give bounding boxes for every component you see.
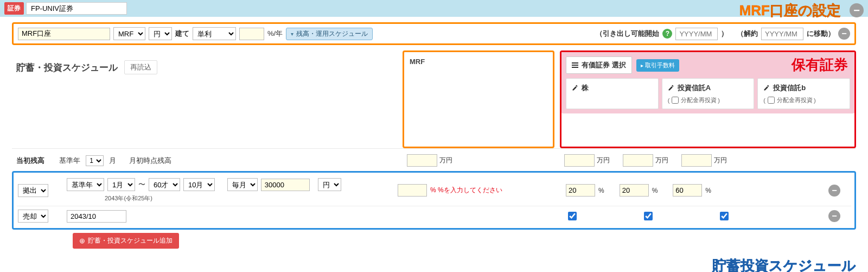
reinvest-option: ( 分配金再投資 ) xyxy=(763,96,844,104)
initial-balance-label: 当初残高 xyxy=(16,156,44,166)
securities-panel: 有価証券 選択 取引手数料 保有証券 株投資信託A( 分配金再投資 )投資信託b… xyxy=(560,50,856,148)
security-card: 投資信託b( 分配金再投資 ) xyxy=(757,78,850,109)
account-name-input[interactable] xyxy=(18,28,110,40)
row-kind-select[interactable]: 売却 xyxy=(18,210,48,223)
withdraw-start-label-pre: （引き出し可能開始 xyxy=(596,29,659,39)
to-month-select[interactable]: 10月 xyxy=(183,178,215,191)
from-month-select[interactable]: 1月 xyxy=(107,178,135,191)
frequency-select[interactable]: 毎月 xyxy=(227,178,258,191)
row-kind-select[interactable]: 拠出 xyxy=(18,184,48,197)
amount-unit: 万円 xyxy=(655,156,668,165)
securities-select-button[interactable]: 有価証券 選択 xyxy=(566,56,632,74)
schedule-title-text: 貯蓄・投資スケジュール xyxy=(16,61,118,74)
collapse-panel-button[interactable]: − xyxy=(850,3,864,17)
balance-desc: 月初時点残高 xyxy=(129,156,171,166)
transaction-fee-chip[interactable]: 取引手数料 xyxy=(636,59,679,72)
month-unit-label: 月 xyxy=(109,156,116,166)
amount-unit: 万円 xyxy=(597,156,610,165)
schedule-title: 貯蓄・投資スケジュール 再読込 xyxy=(12,50,403,80)
mrf-account-settings-row: MRF 円 建て 単利 %/年 残高・運用スケジュール （引き出し可能開始 ? … xyxy=(12,22,856,45)
base-month-select[interactable]: 1 xyxy=(86,155,104,166)
reinvest-label: 分配金再投資 xyxy=(777,96,813,104)
schedule-row-sell: 売却 − xyxy=(17,206,851,226)
reinvest-checkbox[interactable] xyxy=(768,97,775,104)
security-initial-amount-input[interactable] xyxy=(681,154,712,167)
panel-header: 証券 MRF口座の設定 − xyxy=(0,0,868,17)
security-card: 株 xyxy=(566,78,659,109)
cancel-label-post: に移動） xyxy=(807,29,835,39)
remove-account-button[interactable]: − xyxy=(838,28,850,40)
fee-label: 取引手数料 xyxy=(645,61,675,69)
list-icon xyxy=(572,61,578,69)
pencil-icon[interactable] xyxy=(572,85,578,91)
initial-balance-row: 当初残高 基準年 1 月 月初時点残高 万円 万円万円万円 xyxy=(12,148,856,172)
pencil-icon[interactable] xyxy=(668,85,674,91)
amount-unit-select[interactable]: 円 xyxy=(318,178,341,191)
denom-suffix-label: 建て xyxy=(175,29,189,39)
reload-button[interactable]: 再読込 xyxy=(124,60,157,74)
sell-date-input[interactable] xyxy=(67,210,126,223)
security-card: 投資信託A( 分配金再投資 ) xyxy=(662,78,755,109)
reinvest-checkbox[interactable] xyxy=(672,97,679,104)
amount-unit: 万円 xyxy=(714,156,727,165)
rate-input[interactable] xyxy=(239,28,264,40)
security-percent-input[interactable] xyxy=(673,184,702,197)
sell-security-checkbox[interactable] xyxy=(568,212,577,220)
computed-year-label: 2043年(令和25年) xyxy=(105,194,398,203)
sell-security-checkbox[interactable] xyxy=(720,212,729,220)
plus-icon xyxy=(79,237,85,245)
securities-tag: 証券 xyxy=(4,2,24,15)
security-name: 投資信託b xyxy=(773,83,806,93)
savings-schedule-box: 拠出 基準年 1月 〜 60才 10月 毎月 xyxy=(12,171,856,230)
help-icon[interactable]: ? xyxy=(662,29,672,39)
account-type-select[interactable]: MRF xyxy=(113,27,145,40)
percent-unit: % xyxy=(652,187,658,194)
security-name: 投資信託A xyxy=(678,83,711,93)
percent-unit: % xyxy=(705,187,711,194)
pencil-icon[interactable] xyxy=(763,85,770,91)
add-schedule-button[interactable]: 貯蓄・投資スケジュール追加 xyxy=(73,233,179,249)
security-percent-input[interactable] xyxy=(620,184,649,197)
tilde-label: 〜 xyxy=(138,180,145,189)
withdraw-start-input[interactable] xyxy=(675,28,718,40)
remove-row-button[interactable]: − xyxy=(828,210,840,222)
company-name-input[interactable] xyxy=(26,2,127,15)
reinvest-label: 分配金再投資 xyxy=(681,96,717,104)
to-age-select[interactable]: 60才 xyxy=(149,178,180,191)
annotation-savings-schedule: 貯蓄投資スケジュール xyxy=(712,257,856,272)
annotation-held-securities: 保有証券 xyxy=(792,55,848,74)
cancel-date-input[interactable] xyxy=(761,28,803,40)
currency-select[interactable]: 円 xyxy=(149,27,172,40)
balance-schedule-chip[interactable]: 残高・運用スケジュール xyxy=(286,28,373,40)
percent-unit: % xyxy=(598,187,604,194)
mrf-initial-amount-input[interactable] xyxy=(407,154,437,167)
mrf-amount-unit: 万円 xyxy=(439,156,452,165)
cancel-label-pre: （解約 xyxy=(737,29,758,39)
mrf-column: MRF xyxy=(403,50,554,148)
caret-right-icon xyxy=(641,62,643,68)
rate-unit-label: %/年 xyxy=(267,29,283,39)
security-name: 株 xyxy=(582,83,589,93)
reinvest-option: ( 分配金再投資 ) xyxy=(668,96,749,104)
amount-input[interactable] xyxy=(261,179,310,191)
percent-warning: % %を入力してください xyxy=(430,186,502,195)
mrf-column-title: MRF xyxy=(410,58,547,66)
securities-select-label: 有価証券 選択 xyxy=(582,60,626,70)
sell-security-checkbox[interactable] xyxy=(644,212,653,220)
mrf-percent-input[interactable] xyxy=(398,184,427,197)
withdraw-start-label-post: ） xyxy=(721,29,728,39)
security-initial-amount-input[interactable] xyxy=(564,154,595,167)
base-year-label: 基準年 xyxy=(59,156,80,166)
security-initial-amount-input[interactable] xyxy=(623,154,653,167)
interest-mode-select[interactable]: 単利 xyxy=(193,27,236,40)
schedule-row-contribute: 拠出 基準年 1月 〜 60才 10月 毎月 xyxy=(17,175,851,206)
remove-row-button[interactable]: − xyxy=(828,185,840,197)
security-percent-input[interactable] xyxy=(566,184,595,197)
from-year-select[interactable]: 基準年 xyxy=(67,178,104,191)
add-schedule-label: 貯蓄・投資スケジュール追加 xyxy=(88,236,173,245)
